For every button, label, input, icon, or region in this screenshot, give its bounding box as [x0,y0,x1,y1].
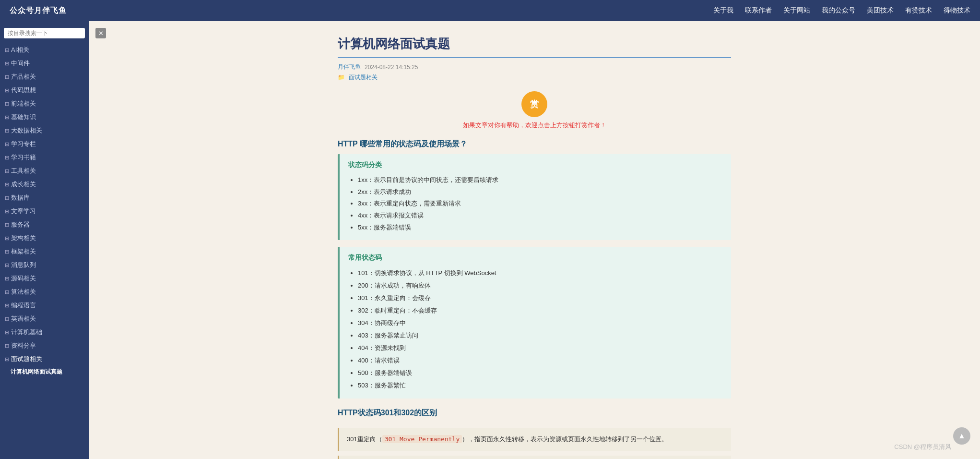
sidebar-items-container: ⊞AI相关⊞中间件⊞产品相关⊞代码思想⊞前端相关⊞基础知识⊞大数据相关⊞学习专栏… [0,43,89,378]
inline-code: 301 Move Permanently [382,435,462,443]
list-item: 404：资源未找到 [358,342,722,354]
list-item: 5xx：服务器端错误 [358,222,722,234]
sidebar-item-server[interactable]: ⊞服务器 [0,218,89,231]
list-item: 500：服务器端错误 [358,367,722,379]
desc301-box2: 301是HTTP协议中的一种状态码，当用户或搜索引擎向服务器发出浏览请求时 [338,456,731,459]
article-meta: 月伴飞鱼 2024-08-22 14:15:25 [338,63,731,71]
section2-heading: HTTP状态码301和302的区别 [338,408,731,418]
status-box-title: 状态码分类 [348,161,722,169]
sidebar-item-algo[interactable]: ⊞算法相关 [0,285,89,299]
search-input[interactable] [4,28,85,38]
main-layout: ⊞AI相关⊞中间件⊞产品相关⊞代码思想⊞前端相关⊞基础知识⊞大数据相关⊞学习专栏… [0,21,980,459]
desc301-box1: 301重定向（301 Move Permanently），指页面永久性转移，表示… [338,428,731,450]
site-title: 公众号月伴飞鱼 [10,6,67,16]
sidebar-item-framework[interactable]: ⊞框架相关 [0,245,89,258]
common-codes-list: 101：切换请求协议，从 HTTP 切换到 WebSocket200：请求成功，… [348,267,722,392]
sidebar-item-db[interactable]: ⊞数据库 [0,191,89,205]
reward-tip: 如果文章对你有帮助，欢迎点击上方按钮打赏作者！ [338,121,731,130]
sidebar-item-lang[interactable]: ⊞编程语言 [0,299,89,312]
list-item: 1xx：表示目前是协议的中间状态，还需要后续请求 [358,174,722,186]
sidebar-item-growth[interactable]: ⊞成长相关 [0,178,89,191]
status-category-box: 状态码分类 1xx：表示目前是协议的中间状态，还需要后续请求2xx：表示请求成功… [338,154,731,240]
top-navigation: 公众号月伴飞鱼 关于我联系作者关于网站我的公众号美团技术有赞技术得物技术 [0,0,980,21]
list-item: 2xx：表示请求成功 [358,186,722,198]
sidebar-item-tools[interactable]: ⊞工具相关 [0,164,89,178]
nav-link-联系作者[interactable]: 联系作者 [745,6,772,15]
reward-button[interactable]: 赏 [521,91,547,117]
reward-section: 赏 如果文章对你有帮助，欢迎点击上方按钮打赏作者！ [338,91,731,130]
sidebar-item-english[interactable]: ⊞英语相关 [0,312,89,326]
scroll-top-button[interactable]: ▲ [953,427,970,445]
status-categories-list: 1xx：表示目前是协议的中间状态，还需要后续请求2xx：表示请求成功3xx：表示… [348,174,722,233]
sidebar: ⊞AI相关⊞中间件⊞产品相关⊞代码思想⊞前端相关⊞基础知识⊞大数据相关⊞学习专栏… [0,21,89,459]
nav-link-关于我[interactable]: 关于我 [713,6,733,15]
sidebar-item-mq[interactable]: ⊞消息队列 [0,258,89,272]
sidebar-item-code[interactable]: ⊞代码思想 [0,84,89,97]
list-item: 302：临时重定向：不会缓存 [358,304,722,317]
list-item: 400：请求错误 [358,354,722,367]
sidebar-item-books[interactable]: ⊞学习书籍 [0,151,89,164]
article-title: 计算机网络面试真题 [338,36,731,58]
list-item: 200：请求成功，有响应体 [358,279,722,292]
sidebar-item-interview[interactable]: ⊟面试题相关 [0,352,89,366]
article-author: 月伴飞鱼 [338,63,361,71]
category-link[interactable]: 面试题相关 [349,74,378,81]
list-item: 403：服务器禁止访问 [358,329,722,342]
article-wrapper: 计算机网络面试真题 月伴飞鱼 2024-08-22 14:15:25 📁 面试题… [319,21,750,459]
sidebar-item-resource[interactable]: ⊞资料分享 [0,339,89,352]
article-date: 2024-08-22 14:15:25 [365,64,418,71]
list-item: 304：协商缓存中 [358,317,722,329]
section1-heading: HTTP 哪些常用的状态码及使用场景？ [338,139,731,149]
sidebar-item-product[interactable]: ⊞产品相关 [0,70,89,84]
sidebar-item-middleware[interactable]: ⊞中间件 [0,57,89,70]
sidebar-item-basic[interactable]: ⊞基础知识 [0,110,89,124]
nav-link-关于网站[interactable]: 关于网站 [783,6,810,15]
sidebar-child-network-interview[interactable]: 计算机网络面试真题 [0,366,89,378]
sidebar-item-bigdata[interactable]: ⊞大数据相关 [0,124,89,137]
nav-link-有赞技术[interactable]: 有赞技术 [905,6,932,15]
list-item: 301：永久重定向：会缓存 [358,292,722,304]
common-codes-box: 常用状态码 101：切换请求协议，从 HTTP 切换到 WebSocket200… [338,247,731,399]
sidebar-item-arch[interactable]: ⊞架构相关 [0,231,89,245]
list-item: 503：服务器繁忙 [358,379,722,392]
sidebar-item-cs[interactable]: ⊞计算机基础 [0,326,89,339]
sidebar-item-source[interactable]: ⊞源码相关 [0,272,89,285]
list-item: 101：切换请求协议，从 HTTP 切换到 WebSocket [358,267,722,279]
sidebar-item-frontend[interactable]: ⊞前端相关 [0,97,89,110]
list-item: 4xx：表示请求报文错误 [358,210,722,222]
nav-link-我的公众号[interactable]: 我的公众号 [822,6,855,15]
sidebar-item-writing[interactable]: ⊞文章学习 [0,205,89,218]
nav-link-得物技术[interactable]: 得物技术 [944,6,970,15]
nav-links: 关于我联系作者关于网站我的公众号美团技术有赞技术得物技术 [713,6,970,15]
sidebar-search-container [4,28,85,38]
close-button[interactable]: ✕ [95,28,106,38]
desc301-text1: 301重定向（301 Move Permanently），指页面永久性转移，表示… [347,435,668,443]
list-item: 3xx：表示重定向状态，需要重新请求 [358,198,722,210]
nav-link-美团技术[interactable]: 美团技术 [867,6,894,15]
main-content: ✕ 计算机网络面试真题 月伴飞鱼 2024-08-22 14:15:25 📁 面… [89,21,980,459]
article-category: 📁 面试题相关 [338,73,731,82]
sidebar-item-ai[interactable]: ⊞AI相关 [0,43,89,57]
sidebar-item-study[interactable]: ⊞学习专栏 [0,137,89,151]
diff-section: 301重定向（301 Move Permanently），指页面永久性转移，表示… [338,428,731,459]
common-box-title: 常用状态码 [348,254,722,262]
